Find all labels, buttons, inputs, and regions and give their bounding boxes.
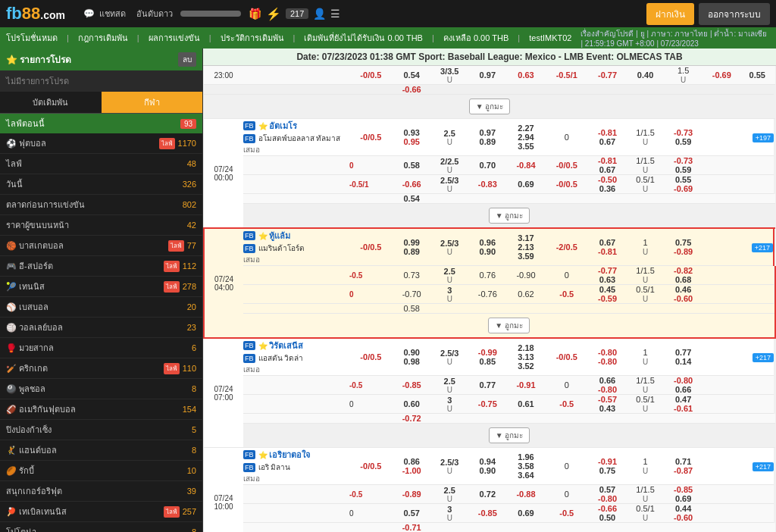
ou[interactable]: -0.76 xyxy=(468,285,507,304)
sidebar-item-pool[interactable]: 🎱 พูลชอล 8 xyxy=(0,379,202,399)
sidebar-item-baseball[interactable]: ⚾ เบสบอล 20 xyxy=(0,297,202,318)
nav-balance[interactable]: คงเหลือ 0.00 THB xyxy=(443,31,509,45)
nav-promotions[interactable]: โปรโมชั่นหมด xyxy=(6,31,58,45)
more-button[interactable]: ▼ อูกมะ xyxy=(469,99,511,114)
odds[interactable]: 0.73 xyxy=(393,266,431,285)
add-button[interactable]: +197 xyxy=(753,133,774,142)
tab-balance[interactable]: บัตเดิมพัน xyxy=(0,92,102,113)
more-button[interactable]: ▼ อูกมะ xyxy=(489,427,530,443)
odds[interactable]: -0.70 xyxy=(393,285,431,304)
odds[interactable]: 0.58 xyxy=(393,156,431,175)
sidebar-item-football[interactable]: ⚽ ฟุตบอล ไลฟ์ 1170 xyxy=(0,133,202,154)
star-icon[interactable]: ⭐ xyxy=(258,451,268,459)
odds[interactable]: -0.89 xyxy=(393,485,431,504)
ou2[interactable]: -0.84 xyxy=(507,156,546,175)
sidebar-item-boxing[interactable]: 🥊 มวยสากล 6 xyxy=(0,338,202,358)
star-icon[interactable]: ⭐ xyxy=(258,342,268,350)
spread-o1: -0.91 0.75 xyxy=(588,448,627,485)
sidebar-item-tennis[interactable]: 🎾 เทนนิส ไลฟ์ 278 xyxy=(0,277,202,297)
draw-label: เสมอ xyxy=(243,473,349,484)
ou[interactable]: 0.76 xyxy=(468,266,507,285)
add-button[interactable]: +217 xyxy=(752,243,773,252)
ou[interactable]: -0.83 xyxy=(468,175,507,194)
odds[interactable]: -0.66 xyxy=(393,175,431,194)
more-button[interactable]: ▼ อูกมะ xyxy=(488,318,530,333)
ou2[interactable]: -0.90 xyxy=(507,266,546,285)
sport-name: ปิงปองก้าเซ็ง xyxy=(6,423,192,437)
delete-button[interactable]: ลบ xyxy=(178,52,196,67)
hdp-odds[interactable]: 0.86 -1.00 xyxy=(393,448,431,485)
sidebar-item-polo[interactable]: โปโตน่า 8 xyxy=(0,522,202,532)
sidebar-item-popular[interactable]: ราคาผู้ขนบนหน้า 42 xyxy=(0,215,202,236)
nav-user[interactable]: testIMKT02 xyxy=(529,33,571,42)
sidebar-item-pingpong[interactable]: ปิงปองก้าเซ็ง 5 xyxy=(0,420,202,440)
ou2[interactable]: 0.61 xyxy=(507,395,546,414)
sidebar-item-snooker[interactable]: สนุกเกอร์อริฟุต 39 xyxy=(0,481,202,502)
teams-cell: FB ⭐ อัตเมโร FB อโมสตพ์บอลลาส ทัลมาส เสม… xyxy=(243,119,349,156)
ou[interactable]: -0.85 xyxy=(468,504,507,523)
logo-fb: fb xyxy=(6,4,22,23)
sidebar-item-esports[interactable]: 🎮 อี-สปอร์ต ไลฟ์ 112 xyxy=(0,256,202,277)
hdp-odds[interactable]: 0.93 0.95 xyxy=(393,119,431,156)
ou-val[interactable]: 0.96 0.90 xyxy=(468,228,507,266)
nav-pending[interactable]: เดิมพันที่ยังไม่ได้รับเงิน 0.00 THB xyxy=(304,31,423,45)
odds[interactable]: 0.60 xyxy=(393,395,431,414)
odds[interactable]: 0.54 xyxy=(393,194,431,204)
sidebar-item-handball[interactable]: 🤾 แฮนด์บอล 8 xyxy=(0,440,202,461)
ou-val2[interactable]: 0.63 xyxy=(507,66,546,85)
hdp-odds[interactable]: 0.99 0.89 xyxy=(393,228,431,266)
sidebar-item-tabletennis[interactable]: 🏓 เทเบิลเทนนิส ไลฟ์ 257 xyxy=(0,502,202,522)
ou-right: 1.96 3.58 3.64 xyxy=(507,448,546,485)
chat-label[interactable]: แชทสด xyxy=(99,7,126,20)
rhdp: 0 xyxy=(545,376,588,395)
odds[interactable]: -0.71 xyxy=(393,523,431,533)
ou2[interactable]: -0.91 xyxy=(507,376,546,395)
ou-val[interactable]: 0.97 0.89 xyxy=(468,119,507,156)
ou2[interactable]: 0.69 xyxy=(507,504,546,523)
tab-favorites[interactable]: กีฬา xyxy=(102,92,203,113)
sidebar-item-americanfootball[interactable]: 🏈 อเมริกันฟุตบอล 154 xyxy=(0,399,202,420)
logout-button[interactable]: ออกจากระบบ xyxy=(699,3,770,25)
odds-bottom[interactable]: -0.66 xyxy=(393,85,431,95)
sidebar-item-live[interactable]: ไลฟ์ 48 xyxy=(0,154,202,174)
nav-history[interactable]: ประวัติการเดิมพัน xyxy=(221,31,284,45)
empty xyxy=(702,156,774,175)
sidebar-item-pre[interactable]: ตลาดก่อนการแข่งขัน 802 xyxy=(0,195,202,215)
score: 3U xyxy=(431,504,468,523)
ou[interactable]: 0.72 xyxy=(468,485,507,504)
add-button[interactable]: +217 xyxy=(753,353,774,362)
ou-val[interactable]: -0.99 0.85 xyxy=(468,338,507,376)
nav-rules[interactable]: กฎการเดิมพัน xyxy=(78,31,128,45)
ou-val[interactable]: 0.94 0.90 xyxy=(468,448,507,485)
sidebar-item-cricket[interactable]: 🏏 คริกเกต ไลฟ์ 110 xyxy=(0,358,202,379)
ou2[interactable]: 0.69 xyxy=(507,175,546,194)
sidebar-item-basketball[interactable]: 🏀 บาสเกตบอล ไลฟ์ 77 xyxy=(0,236,202,256)
star-icon[interactable]: ⭐ xyxy=(258,232,268,240)
more-button[interactable]: ▼ อูกมะ xyxy=(489,208,530,224)
ou[interactable]: -0.75 xyxy=(468,395,507,414)
promotion-label[interactable]: อันดับดาว xyxy=(136,7,173,20)
ou2[interactable]: -0.88 xyxy=(507,485,546,504)
odds[interactable]: -0.85 xyxy=(393,376,431,395)
nav-results[interactable]: ผลการแข่งขัน xyxy=(149,31,200,45)
table-row: -0.5 -0.89 2.5U 0.72 -0.88 0 0.57-0.80 1… xyxy=(204,485,775,504)
deposit-button[interactable]: ฝากเงิน xyxy=(646,3,694,25)
odds-top[interactable]: 0.54 xyxy=(393,66,431,85)
spread-o2: 0.40 xyxy=(627,66,664,85)
ou[interactable]: 0.70 xyxy=(468,156,507,175)
live-tag: ไลฟ์ xyxy=(164,506,180,518)
star-icon[interactable]: ⭐ xyxy=(258,122,268,130)
more-btn-cell: ▼ อูกมะ xyxy=(243,314,775,339)
sidebar-item-volleyball[interactable]: 🏐 วอลเลย์บอล 23 xyxy=(0,318,202,338)
hdp-odds[interactable]: 0.90 0.98 xyxy=(393,338,431,376)
add-button[interactable]: +217 xyxy=(753,462,774,471)
ou-val[interactable]: 0.97 xyxy=(468,66,507,85)
odds[interactable]: 0.58 xyxy=(393,304,431,314)
sidebar-item-today[interactable]: วันนี้ 326 xyxy=(0,174,202,195)
odds[interactable]: 0.57 xyxy=(393,504,431,523)
ou2[interactable]: 0.62 xyxy=(507,285,546,304)
sidebar-item-rugby[interactable]: 🏉 รักบี้ 10 xyxy=(0,461,202,481)
odds[interactable]: -0.72 xyxy=(393,414,431,424)
ou[interactable]: 0.77 xyxy=(468,376,507,395)
hdp-cell xyxy=(349,85,393,95)
